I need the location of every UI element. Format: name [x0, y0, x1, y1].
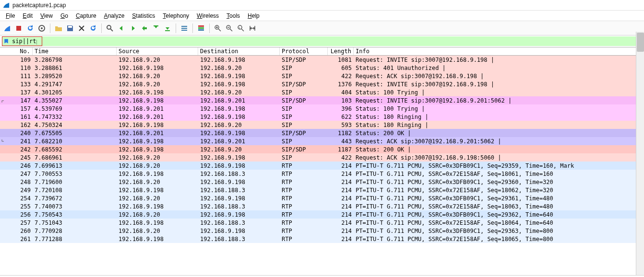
- table-row[interactable]: 1374.301205192.168.9.198192.168.9.20SIP4…: [0, 88, 644, 96]
- table-row[interactable]: 1624.750324192.168.9.198192.168.9.20SIP5…: [0, 121, 644, 129]
- menu-telephony[interactable]: Telephony: [159, 12, 193, 20]
- svg-rect-6: [165, 30, 170, 31]
- go-first-button[interactable]: [151, 23, 161, 34]
- table-row[interactable]: 2407.675505192.168.9.201192.168.9.198SIP…: [0, 129, 644, 137]
- cell-time: 7.719600: [33, 179, 117, 185]
- cell-proto: RTP: [280, 162, 328, 169]
- cell-info: Request: INVITE sip:3007@192.168.9.201:5…: [354, 97, 644, 104]
- cell-proto: SIP: [280, 73, 328, 80]
- cell-dst: 192.168.9.198: [198, 114, 280, 120]
- table-row[interactable]: 2607.770928192.168.9.20192.168.9.198RTP2…: [0, 227, 644, 235]
- table-row[interactable]: 2557.740073192.168.9.198192.168.188.3RTP…: [0, 202, 644, 210]
- table-row[interactable]: 1334.291747192.168.9.20192.168.9.198SIP/…: [0, 80, 644, 88]
- go-last-button[interactable]: [162, 23, 173, 34]
- menu-file[interactable]: File: [2, 12, 19, 20]
- menu-go[interactable]: Go: [57, 12, 72, 20]
- table-row[interactable]: 2477.700553192.168.9.198192.168.188.3RTP…: [0, 170, 644, 178]
- cell-info: Status: 401 Unauthorized |: [354, 65, 644, 71]
- cell-proto: SIP: [280, 138, 328, 145]
- menu-help[interactable]: Help: [244, 12, 263, 20]
- table-row[interactable]: 2567.750543192.168.9.20192.168.9.198RTP2…: [0, 210, 644, 219]
- menu-capture[interactable]: Capture: [72, 12, 100, 20]
- capture-options-button[interactable]: [36, 23, 47, 34]
- cell-dst: 192.168.188.3: [198, 236, 280, 242]
- menu-view[interactable]: View: [36, 12, 57, 20]
- cell-src: 192.168.9.20: [117, 179, 198, 185]
- column-header-time[interactable]: Time: [33, 47, 117, 55]
- table-row[interactable]: 1614.747332192.168.9.201192.168.9.198SIP…: [0, 113, 644, 121]
- table-row[interactable]: 2417.682210192.168.9.198192.168.9.201SIP…: [0, 137, 644, 145]
- table-row[interactable]: 2467.699613192.168.9.20192.168.9.198RTP2…: [0, 162, 644, 170]
- table-row[interactable]: 2577.751043192.168.9.198192.168.188.3RTP…: [0, 219, 644, 227]
- reload-button[interactable]: [88, 23, 98, 34]
- cell-len: 422: [328, 154, 354, 161]
- table-row[interactable]: 1474.355027192.168.9.198192.168.9.201SIP…: [0, 96, 644, 104]
- cell-info: Status: 180 Ringing |: [354, 114, 644, 120]
- column-header-no[interactable]: No.: [8, 47, 33, 55]
- auto-scroll-button[interactable]: [179, 23, 190, 34]
- go-to-packet-button[interactable]: [139, 23, 150, 34]
- cell-info: Status: 200 OK |: [354, 130, 644, 137]
- find-packet-button[interactable]: [105, 23, 115, 34]
- table-row[interactable]: 2457.686961192.168.9.20192.168.9.198SIP4…: [0, 153, 644, 162]
- cell-no: 254: [8, 195, 33, 202]
- scrollbar-thumb[interactable]: [637, 33, 644, 52]
- table-row[interactable]: 2487.719600192.168.9.20192.168.9.198RTP2…: [0, 178, 644, 186]
- cell-info: PT=ITU-T G.711 PCMU, SSRC=0x3DFB09C1, Se…: [354, 179, 644, 185]
- table-row[interactable]: 1113.289520192.168.9.20192.168.9.198SIP4…: [0, 72, 644, 80]
- save-file-button[interactable]: [65, 23, 75, 34]
- zoom-out-button[interactable]: [224, 23, 235, 34]
- cell-no: 249: [8, 187, 33, 194]
- table-row[interactable]: 2497.720108192.168.9.198192.168.188.3RTP…: [0, 186, 644, 194]
- menu-wireless[interactable]: Wireless: [193, 12, 223, 20]
- cell-src: 192.168.9.20: [117, 228, 198, 234]
- cell-proto: SIP: [280, 65, 328, 71]
- separator: [192, 23, 193, 33]
- table-row[interactable]: 1103.288861192.168.9.198192.168.9.20SIP6…: [0, 64, 644, 72]
- colorize-button[interactable]: [196, 23, 206, 34]
- table-row[interactable]: 2547.739672192.168.9.20192.168.9.198RTP2…: [0, 194, 644, 202]
- cell-proto: RTP: [280, 187, 328, 194]
- cell-src: 192.168.9.20: [117, 154, 198, 161]
- table-row[interactable]: 2617.771288192.168.9.198192.168.188.3RTP…: [0, 235, 644, 243]
- resize-columns-button[interactable]: [247, 23, 258, 34]
- column-header-len[interactable]: Length: [328, 47, 354, 55]
- cell-len: 1376: [328, 81, 354, 88]
- svg-rect-8: [181, 28, 187, 29]
- vertical-scrollbar[interactable]: [636, 32, 644, 277]
- svg-rect-9: [181, 30, 187, 31]
- column-header-dst[interactable]: Destination: [198, 47, 280, 55]
- close-file-button[interactable]: [76, 23, 87, 34]
- column-header-proto[interactable]: Protocol: [280, 47, 328, 55]
- statusbar: [0, 275, 644, 277]
- cell-dst: 192.168.9.198: [198, 211, 280, 218]
- table-row[interactable]: 1093.286798192.168.9.20192.168.9.198SIP/…: [0, 56, 644, 64]
- open-file-button[interactable]: [53, 23, 64, 34]
- column-header-info[interactable]: Info: [354, 47, 644, 55]
- column-header-src[interactable]: Source: [117, 47, 198, 55]
- stop-capture-button[interactable]: [13, 23, 24, 34]
- zoom-reset-button[interactable]: 1: [236, 23, 246, 34]
- svg-rect-10: [198, 25, 204, 27]
- go-back-button[interactable]: [116, 23, 127, 34]
- display-filter-extra[interactable]: [42, 36, 642, 46]
- table-row[interactable]: 1574.539769192.168.9.201192.168.9.198SIP…: [0, 104, 644, 113]
- menu-tools[interactable]: Tools: [223, 12, 244, 20]
- packet-list-header[interactable]: No. Time Source Destination Protocol Len…: [0, 47, 644, 56]
- cell-proto: SIP/SDP: [280, 57, 328, 63]
- zoom-in-button[interactable]: [213, 23, 223, 34]
- menu-analyze[interactable]: Analyze: [100, 12, 129, 20]
- table-row[interactable]: 2427.685592192.168.9.198192.168.9.20SIP/…: [0, 145, 644, 153]
- display-filter-input[interactable]: [10, 38, 39, 45]
- restart-capture-button[interactable]: [25, 23, 36, 34]
- start-capture-button[interactable]: [2, 23, 12, 34]
- cell-time: 7.685592: [33, 146, 117, 153]
- cell-len: 1081: [328, 57, 354, 63]
- cell-src: 192.168.9.198: [117, 236, 198, 242]
- go-forward-button[interactable]: [128, 23, 138, 34]
- cell-time: 7.770928: [33, 228, 117, 234]
- menu-edit[interactable]: Edit: [19, 12, 36, 20]
- filter-bookmark-icon[interactable]: [2, 38, 10, 44]
- packet-list[interactable]: 1093.286798192.168.9.20192.168.9.198SIP/…: [0, 56, 644, 243]
- menu-statistics[interactable]: Statistics: [128, 12, 159, 20]
